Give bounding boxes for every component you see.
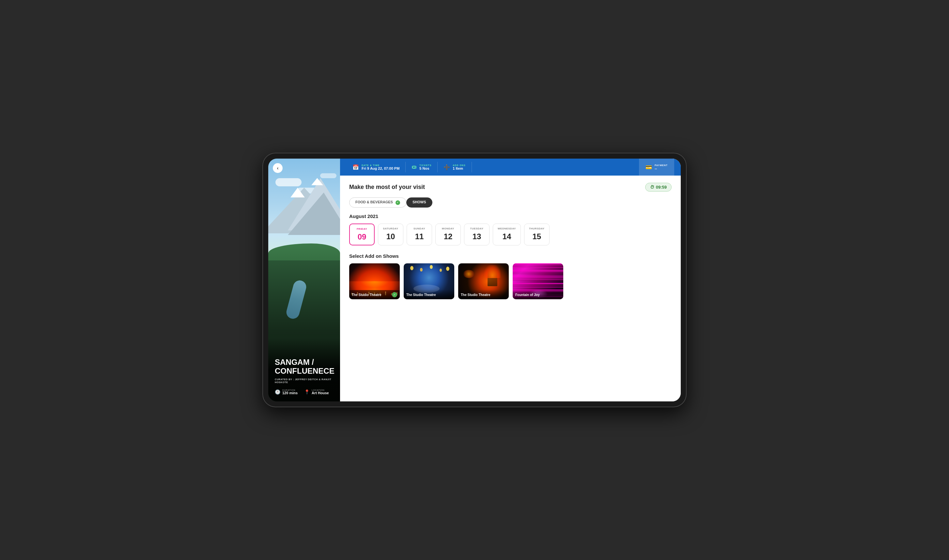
timer-value: 09:59	[656, 185, 667, 189]
day-name-4: TUESDAY	[469, 227, 484, 230]
show-overlay-1: The Studio Theatre	[404, 289, 454, 299]
event-curator: CURATED BY : JEFFREY DEITCH & RANJIT HOS…	[275, 378, 334, 384]
tab-shows[interactable]: SHOWS	[406, 197, 432, 208]
tab-food-beverages[interactable]: FOOD & BEVERAGES ✓	[349, 197, 406, 208]
event-meta: 🕐 DURATION 120 mins 📍 LOCATION Art House	[275, 389, 334, 395]
day-number-4: 13	[469, 232, 484, 241]
location-meta: 📍 LOCATION Art House	[304, 389, 329, 395]
location-value: Art House	[312, 391, 329, 395]
timer-icon: ⏱	[650, 185, 654, 189]
day-number-1: 10	[383, 232, 398, 241]
event-title: SANGAM / CONFLUENECE	[275, 358, 334, 375]
show-card-2[interactable]: The Studio Theatre	[458, 263, 509, 299]
addons-icon: ➕	[443, 164, 450, 170]
show-name-1: The Studio Theatre	[406, 293, 436, 297]
datetime-value: Fri 9 Aug 22, 07:00 PM	[361, 166, 400, 170]
nav-step-addons[interactable]: ➕ ADD ONS 1 Item	[438, 158, 471, 175]
day-number-0: 09	[354, 232, 369, 242]
day-number-2: 11	[412, 232, 427, 241]
show-overlay-2: The Studio Theatre	[458, 289, 509, 299]
main-header: Make the most of your visit ⏱ 09:59	[349, 183, 672, 192]
day-name-2: SUNDAY	[412, 227, 427, 230]
show-overlay-3: Fountain of Joy	[513, 289, 563, 299]
calendar-icon: 📅	[352, 164, 359, 170]
calendar-title: August 2021	[349, 214, 672, 219]
main-content: Make the most of your visit ⏱ 09:59 FOOD…	[340, 175, 681, 402]
show-name-2: The Studio Theatre	[461, 293, 491, 297]
day-name-5: WEDNESDAY	[498, 227, 516, 230]
tabs-row: FOOD & BEVERAGES ✓ SHOWS	[349, 197, 672, 208]
shows-title: Select Add on Shows	[349, 253, 672, 259]
day-card-3[interactable]: MONDAY 12	[435, 223, 461, 245]
day-name-3: MONDAY	[440, 227, 456, 230]
day-card-2[interactable]: SUNDAY 11	[407, 223, 432, 245]
device-screen: ‹ SANGAM / CONFLUENECE CURATED BY : JEFF…	[268, 158, 681, 402]
payment-label: PAYMENT	[655, 164, 668, 166]
top-nav: 📅 DATE & TIME Fri 9 Aug 22, 07:00 PM 🎟 T…	[340, 158, 681, 175]
show-card-3[interactable]: Fountain of Joy	[513, 263, 563, 299]
day-name-6: THURSDAY	[529, 227, 544, 230]
show-name-3: Fountain of Joy	[515, 293, 540, 297]
tab-food-label: FOOD & BEVERAGES	[355, 200, 393, 204]
show-name-0: The Studio Theatre	[352, 293, 381, 297]
left-panel: ‹ SANGAM / CONFLUENECE CURATED BY : JEFF…	[268, 158, 340, 402]
day-number-3: 12	[440, 232, 456, 241]
day-card-5[interactable]: WEDNESDAY 14	[493, 223, 521, 245]
cloud3	[320, 173, 337, 178]
datetime-label: DATE & TIME	[361, 164, 400, 166]
back-button[interactable]: ‹	[273, 163, 283, 173]
show-card-0[interactable]: The Studio Theatre ✓	[349, 263, 400, 299]
mountain-back-right	[288, 192, 340, 235]
day-card-1[interactable]: SATURDAY 10	[378, 223, 403, 245]
nav-step-addons-info: ADD ONS 1 Item	[453, 164, 465, 170]
day-number-5: 14	[498, 232, 516, 241]
payment-value: --	[655, 166, 668, 170]
right-panel: 📅 DATE & TIME Fri 9 Aug 22, 07:00 PM 🎟 T…	[340, 158, 681, 402]
day-card-0[interactable]: FRIDAY 09	[349, 223, 375, 245]
nav-step-datetime-info: DATE & TIME Fri 9 Aug 22, 07:00 PM	[361, 164, 400, 170]
addons-label: ADD ONS	[453, 164, 465, 166]
page-title: Make the most of your visit	[349, 184, 425, 191]
nav-step-datetime[interactable]: 📅 DATE & TIME Fri 9 Aug 22, 07:00 PM	[346, 158, 405, 175]
location-icon: 📍	[304, 389, 310, 395]
nav-divider-3	[472, 162, 472, 172]
show-card-1[interactable]: The Studio Theatre	[404, 263, 454, 299]
ticket-icon: 🎟	[412, 164, 417, 170]
timer-badge: ⏱ 09:59	[645, 183, 672, 192]
tickets-value: 5 Nos	[419, 166, 431, 170]
day-card-6[interactable]: THURSDAY 15	[524, 223, 549, 245]
show-check-0: ✓	[392, 292, 397, 297]
clock-icon: 🕐	[275, 389, 280, 395]
day-card-4[interactable]: TUESDAY 13	[464, 223, 489, 245]
addons-value: 1 Item	[453, 166, 465, 170]
nav-step-payment-info: PAYMENT --	[655, 164, 668, 170]
day-name-0: FRIDAY	[354, 228, 369, 231]
tab-food-check: ✓	[395, 200, 400, 205]
nav-step-tickets-info: TICKETS 5 Nos	[419, 164, 431, 170]
calendar-row: FRIDAY 09 SATURDAY 10 SUNDAY 11 MONDAY 1…	[349, 223, 672, 245]
shows-grid: The Studio Theatre ✓	[349, 263, 672, 299]
payment-icon: 💳	[646, 164, 652, 170]
nav-step-payment[interactable]: 💳 PAYMENT --	[639, 158, 674, 175]
day-name-1: SATURDAY	[383, 227, 398, 230]
left-panel-content: SANGAM / CONFLUENECE CURATED BY : JEFFRE…	[268, 338, 340, 402]
device: ‹ SANGAM / CONFLUENECE CURATED BY : JEFF…	[262, 153, 687, 407]
duration-meta: 🕐 DURATION 120 mins	[275, 389, 298, 395]
nav-step-tickets[interactable]: 🎟 TICKETS 5 Nos	[406, 158, 437, 175]
tab-shows-label: SHOWS	[412, 200, 426, 204]
tickets-label: TICKETS	[419, 164, 431, 166]
duration-value: 120 mins	[282, 391, 298, 395]
day-number-6: 15	[529, 232, 544, 241]
